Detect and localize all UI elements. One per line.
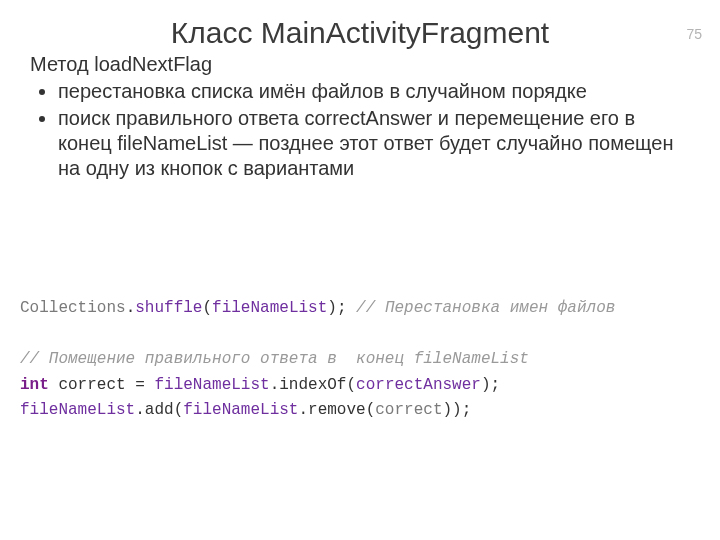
list-item: поиск правильного ответа correctAnswer и… bbox=[58, 106, 690, 181]
code-token: fileNameList bbox=[20, 401, 135, 419]
body-text: Метод loadNextFlag перестановка списка и… bbox=[0, 52, 720, 181]
code-token: correct = bbox=[49, 376, 155, 394]
code-token: ); bbox=[327, 299, 346, 317]
bullet-list: перестановка списка имён файлов в случай… bbox=[30, 79, 690, 181]
code-keyword: int bbox=[20, 376, 49, 394]
subheading: Метод loadNextFlag bbox=[30, 52, 690, 77]
code-token: correctAnswer bbox=[356, 376, 481, 394]
code-token: . bbox=[126, 299, 136, 317]
code-token: .add( bbox=[135, 401, 183, 419]
code-comment: // Помещение правильного ответа в конец … bbox=[20, 350, 529, 368]
code-token: )); bbox=[442, 401, 471, 419]
page-number: 75 bbox=[686, 26, 702, 42]
code-token: .indexOf( bbox=[270, 376, 356, 394]
code-token: fileNameList bbox=[154, 376, 269, 394]
code-line: fileNameList.add(fileNameList.remove(cor… bbox=[20, 401, 471, 419]
code-line: Collections.shuffle(fileNameList); // Пе… bbox=[20, 299, 615, 317]
slide: 75 Класс MainActivityFragment Метод load… bbox=[0, 16, 720, 540]
code-line: int correct = fileNameList.indexOf(corre… bbox=[20, 376, 500, 394]
code-token: correct bbox=[375, 401, 442, 419]
code-block: Collections.shuffle(fileNameList); // Пе… bbox=[20, 296, 700, 424]
code-token: .remove( bbox=[298, 401, 375, 419]
code-token: ( bbox=[202, 299, 212, 317]
code-token: ); bbox=[481, 376, 500, 394]
code-comment: // Перестановка имен файлов bbox=[346, 299, 615, 317]
list-item: перестановка списка имён файлов в случай… bbox=[58, 79, 690, 104]
code-token: shuffle bbox=[135, 299, 202, 317]
code-token: fileNameList bbox=[212, 299, 327, 317]
slide-title: Класс MainActivityFragment bbox=[0, 16, 720, 50]
code-token: Collections bbox=[20, 299, 126, 317]
code-token: fileNameList bbox=[183, 401, 298, 419]
